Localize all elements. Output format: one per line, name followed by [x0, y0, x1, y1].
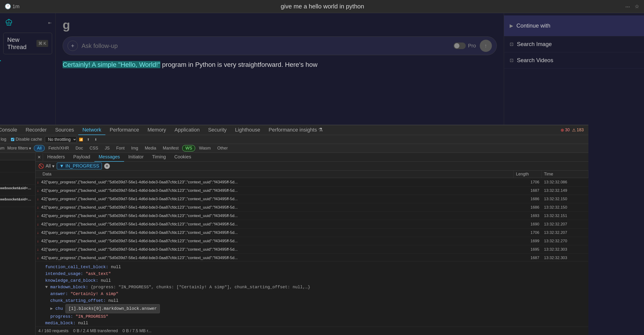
- warn-count[interactable]: ⚠ 183: [572, 128, 584, 133]
- status-bar: 4 / 160 requests 0 B / 2.4 MB transferre…: [36, 326, 588, 335]
- message-row[interactable]: ↓ 42["query_progress",{"backend_uuid":"5…: [36, 203, 588, 212]
- tab-console[interactable]: Console: [0, 125, 21, 135]
- filter-btn-manifest[interactable]: Manifest: [160, 145, 181, 151]
- filter-btn-all[interactable]: All: [34, 145, 45, 152]
- filter-btn-other[interactable]: Other: [214, 145, 231, 151]
- disable-cache-checkbox[interactable]: [11, 138, 14, 141]
- time-column-header: Time: [542, 170, 588, 178]
- request-item-ws1[interactable]: ws suggest.perplexity.ai/suggest: [0, 160, 35, 172]
- download-icon[interactable]: ⬇: [92, 136, 99, 143]
- detail-tab-bar: ✕ Headers Payload Messages Initiator Tim…: [36, 153, 588, 162]
- tab-sources[interactable]: Sources: [51, 125, 78, 135]
- message-time-cell: 13:32:32.150: [542, 205, 588, 210]
- messages-all-dropdown[interactable]: 🚫 All ▾: [38, 163, 54, 169]
- clear-filter-button[interactable]: ✕: [104, 163, 110, 169]
- message-row[interactable]: ↓ 42["query_progress",{"backend_uuid":"5…: [36, 178, 588, 186]
- message-row[interactable]: ↓ 42["query_progress",{"backend_uuid":"5…: [36, 237, 588, 245]
- filter-btn-ws[interactable]: WS: [182, 145, 195, 152]
- ws-label-2: ws: [0, 174, 33, 179]
- throttle-select[interactable]: No throttling Fast 3G Slow 3G Offline: [45, 136, 77, 143]
- message-row[interactable]: ↓ 42["query_progress",{"backend_uuid":"5…: [36, 228, 588, 237]
- message-length-cell: 1706: [514, 180, 542, 184]
- tab-timing[interactable]: Timing: [148, 153, 170, 162]
- invert-checkbox-label[interactable]: Wasm: [0, 146, 4, 151]
- filter-btn-doc[interactable]: Doc: [73, 145, 86, 151]
- code-line-progress: progress: "IN_PROGRESS": [40, 313, 584, 320]
- pro-label: Pro: [468, 43, 476, 49]
- content-header: g: [56, 13, 504, 34]
- filter-toolbar: ▼ Wasm More filters ▾ All Fetch/XHR Doc …: [0, 144, 588, 153]
- request-item-ws2[interactable]: ws suggest.perplexity.ai/suggest: [0, 172, 35, 184]
- sidebar-logo-area: ⇤: [0, 16, 56, 33]
- filter-btn-css[interactable]: CSS: [87, 145, 101, 151]
- messages-table: Data Length Time ↓ 42["query_progress",{…: [36, 170, 588, 261]
- tab-lighthouse[interactable]: Lighthouse: [231, 125, 264, 135]
- filter-btn-img[interactable]: Img: [128, 145, 141, 151]
- message-direction-arrow: ↓: [36, 222, 40, 226]
- request-item-socketio1[interactable]: socket.io/?EIO=4&transport=websocket&sid…: [0, 184, 35, 196]
- tab-performance-insights[interactable]: Performance insights ⚗: [264, 125, 327, 135]
- close-detail-button[interactable]: ✕: [36, 154, 43, 161]
- filter-btn-media[interactable]: Media: [142, 145, 159, 151]
- attach-button[interactable]: +: [68, 41, 78, 51]
- message-row[interactable]: ↓ 42["query_progress",{"backend_uuid":"5…: [36, 212, 588, 220]
- content-text: Certainly! A simple "Hello, World!" prog…: [56, 58, 504, 72]
- tab-security[interactable]: Security: [204, 125, 231, 135]
- search-videos-button[interactable]: ⊡ Search Videos: [504, 52, 644, 68]
- message-row[interactable]: ↓ 42["query_progress",{"backend_uuid":"5…: [36, 186, 588, 195]
- request-items: ws suggest.perplexity.ai/suggest ws sugg…: [0, 160, 35, 335]
- tab-headers[interactable]: Headers: [43, 153, 69, 162]
- request-count-status: 4 / 160 requests: [38, 328, 68, 333]
- tab-recorder[interactable]: Recorder: [21, 125, 51, 135]
- browser-timer: 🕐 1m: [5, 4, 20, 10]
- tab-payload[interactable]: Payload: [69, 153, 94, 162]
- upload-icon[interactable]: ⬆: [85, 136, 92, 143]
- message-direction-arrow: ↓: [36, 197, 40, 201]
- disable-cache-checkbox-label[interactable]: Disable cache: [9, 137, 44, 142]
- submit-button[interactable]: ↑: [480, 40, 492, 52]
- length-column-header: Length: [514, 170, 542, 178]
- tab-cookies[interactable]: Cookies: [170, 153, 195, 162]
- tab-initiator[interactable]: Initiator: [124, 153, 148, 162]
- message-time-cell: 13:32:32.303: [542, 256, 588, 260]
- message-row[interactable]: ↓ 42["query_progress",{"backend_uuid":"5…: [36, 254, 588, 261]
- new-thread-shortcut: ⌘ K: [36, 40, 48, 47]
- wifi-icon[interactable]: 📶: [78, 136, 84, 143]
- tab-network[interactable]: Network: [78, 125, 106, 135]
- message-length-cell: 1706: [514, 230, 542, 235]
- message-time-cell: 13:32:32.303: [542, 247, 588, 252]
- follow-up-input[interactable]: [82, 42, 450, 50]
- bookmark-icon[interactable]: ☆: [635, 4, 639, 10]
- tab-performance[interactable]: Performance: [106, 125, 143, 135]
- filter-btn-fetch-xhr[interactable]: Fetch/XHR: [46, 145, 72, 151]
- more-options-icon[interactable]: ···: [625, 3, 630, 10]
- socketio-url-2: /socket.io: [0, 201, 33, 205]
- code-line-markdown-block: ▼ markdown_block: {progress: "IN_PROGRES…: [40, 284, 584, 290]
- messages-table-header: Data Length Time: [36, 170, 588, 178]
- message-row[interactable]: ↓ 42["query_progress",{"backend_uuid":"5…: [36, 245, 588, 254]
- blocked-icon: 🚫: [38, 163, 44, 169]
- tab-application[interactable]: Application: [170, 125, 204, 135]
- preserve-log-checkbox-label[interactable]: Preserve log: [0, 137, 8, 142]
- tab-messages[interactable]: Messages: [94, 153, 124, 162]
- message-data-cell: 42["query_progress",{"backend_uuid":"5d0…: [40, 222, 514, 226]
- message-row[interactable]: ↓ 42["query_progress",{"backend_uuid":"5…: [36, 220, 588, 228]
- filter-btn-font[interactable]: Font: [113, 145, 127, 151]
- pro-toggle-switch[interactable]: [454, 42, 466, 49]
- filter-btn-wasm[interactable]: Wasm: [196, 145, 213, 151]
- more-filters-button[interactable]: More filters ▾: [5, 146, 33, 151]
- filter-btn-js[interactable]: JS: [102, 145, 112, 151]
- error-count[interactable]: ⊗ 30: [560, 128, 570, 133]
- continue-with-button[interactable]: ▶ Continue with: [504, 16, 644, 36]
- tab-memory[interactable]: Memory: [143, 125, 170, 135]
- search-image-button[interactable]: ⊡ Search Image: [504, 36, 644, 52]
- message-time-cell: 13:32:32.149: [542, 188, 588, 193]
- new-thread-button[interactable]: New Thread ⌘ K: [3, 33, 52, 54]
- message-row[interactable]: ↓ 42["query_progress",{"backend_uuid":"5…: [36, 195, 588, 203]
- collapse-sidebar-icon[interactable]: ⇤: [48, 20, 52, 26]
- message-direction-arrow: ↓: [36, 239, 40, 243]
- code-line-chunks[interactable]: ▶ chu [1].blocks[0].markdown_block.answe…: [40, 304, 584, 313]
- message-data-cell: 42["query_progress",{"backend_uuid":"5d0…: [40, 180, 514, 184]
- request-item-socketio2[interactable]: socket.io/?EIO=4&transport=websocket&sid…: [0, 196, 35, 207]
- highlighted-text: Certainly! A simple "Hello, World!": [62, 61, 160, 68]
